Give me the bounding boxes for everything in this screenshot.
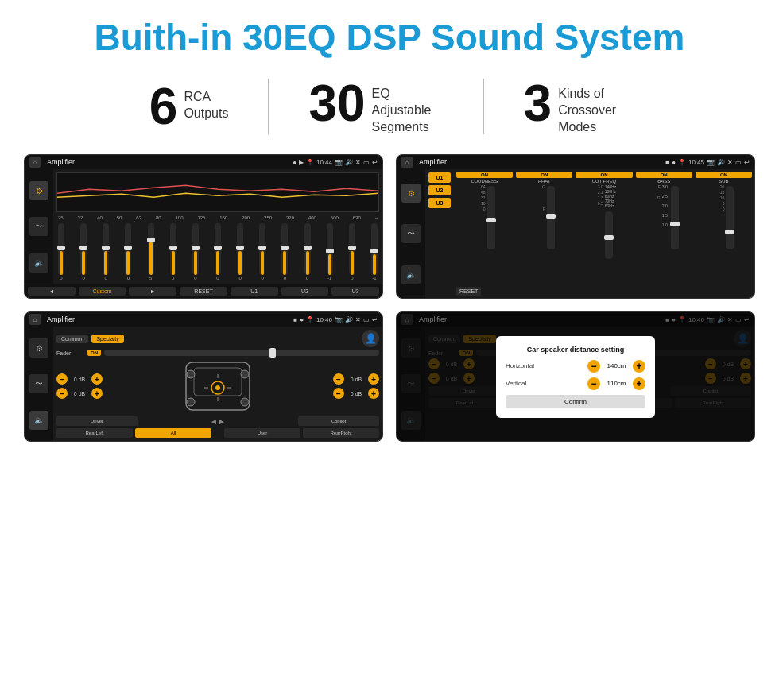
arrow-left-icon[interactable]: ◄ <box>210 417 218 426</box>
amp-wave-icon[interactable]: 〜 <box>401 224 421 243</box>
eq-slider-thumb-3[interactable] <box>102 246 110 250</box>
vol-rl-plus[interactable]: + <box>91 388 103 399</box>
vol-fl-minus[interactable]: − <box>56 373 68 385</box>
eq-slider-thumb-7[interactable] <box>192 246 200 250</box>
sub-track[interactable] <box>726 186 734 249</box>
eq-nav-u3[interactable]: U3 <box>331 287 379 296</box>
eq-slider-thumb-1[interactable] <box>57 246 65 250</box>
bass-track[interactable] <box>671 186 679 249</box>
vertical-minus-btn[interactable]: − <box>587 377 600 390</box>
fader-on-btn[interactable]: ON <box>87 350 101 356</box>
sub-on-btn[interactable]: ON <box>696 172 752 178</box>
fader-user-icon[interactable]: 👤 <box>362 330 379 347</box>
eq-slider-track-4[interactable] <box>125 223 131 275</box>
eq-slider-thumb-14[interactable] <box>348 246 356 250</box>
eq-slider-track-12[interactable] <box>304 223 311 275</box>
eq-nav-next[interactable]: ► <box>129 287 176 296</box>
wave-icon[interactable]: 〜 <box>29 217 48 236</box>
btn-user[interactable]: User <box>224 428 300 438</box>
eq-nav-prev[interactable]: ◄ <box>28 287 76 296</box>
preset-u1[interactable]: U1 <box>428 172 451 183</box>
amp-eq-icon[interactable]: ⚙ <box>401 184 421 203</box>
eq-slider-thumb-13[interactable] <box>326 249 334 253</box>
vol-rr-minus[interactable]: − <box>333 388 344 399</box>
dialog-confirm-btn[interactable]: Confirm <box>506 395 645 408</box>
eq-slider-thumb-5[interactable] <box>147 238 155 242</box>
bass-thumb[interactable] <box>670 222 680 226</box>
phat-thumb[interactable] <box>546 214 556 219</box>
vol-rr-plus[interactable]: + <box>368 388 379 399</box>
eq-slider-thumb-4[interactable] <box>124 246 132 250</box>
cutfreq-track[interactable] <box>605 211 613 259</box>
eq-slider-track-15[interactable] <box>371 223 378 275</box>
vol-fl-plus[interactable]: + <box>91 373 103 385</box>
screen3-home-icon[interactable]: ⌂ <box>29 314 41 325</box>
loudness-thumb[interactable] <box>486 218 496 222</box>
eq-slider-track-5[interactable] <box>148 223 154 275</box>
loudness-track[interactable] <box>487 186 495 249</box>
fader-tab-specialty[interactable]: Specialty <box>91 335 123 343</box>
eq-slider-thumb-6[interactable] <box>169 246 177 250</box>
eq-slider-track-6[interactable] <box>170 223 176 275</box>
eq-nav-u1[interactable]: U1 <box>231 287 278 296</box>
phat-track[interactable] <box>547 186 555 249</box>
screen2-home-icon[interactable]: ⌂ <box>401 157 413 168</box>
vol-fr-minus[interactable]: − <box>333 373 344 385</box>
eq-slider-thumb-8[interactable] <box>214 246 222 250</box>
vertical-plus-btn[interactable]: + <box>633 377 645 390</box>
eq-slider-thumb-10[interactable] <box>258 246 266 250</box>
cutfreq-thumb[interactable] <box>604 235 614 240</box>
eq-slider-track-3[interactable] <box>103 223 109 275</box>
eq-graph <box>56 172 379 212</box>
horizontal-plus-btn[interactable]: + <box>633 360 645 373</box>
freq-25: 25 <box>58 215 64 220</box>
btn-rearright[interactable]: RearRight <box>303 428 379 438</box>
eq-slider-thumb-9[interactable] <box>236 246 244 250</box>
eq-nav-custom[interactable]: Custom <box>79 287 126 296</box>
eq-slider-thumb-15[interactable] <box>370 249 378 253</box>
eq-slider-track-7[interactable] <box>192 223 199 275</box>
fader-eq-icon[interactable]: ⚙ <box>29 338 48 358</box>
eq-slider-track-9[interactable] <box>237 223 243 275</box>
amp-speaker-icon[interactable]: 🔈 <box>401 265 421 284</box>
eq-nav-reset[interactable]: RESET <box>180 287 227 296</box>
loudness-on-btn[interactable]: ON <box>456 172 513 178</box>
eq-nav-u2[interactable]: U2 <box>281 287 329 296</box>
btn-driver[interactable]: Driver <box>56 416 138 426</box>
eq-slider-track-10[interactable] <box>259 223 265 275</box>
eq-slider-track-8[interactable] <box>215 223 221 275</box>
speaker-icon[interactable]: 🔈 <box>29 253 48 273</box>
fader-wave-icon[interactable]: 〜 <box>29 374 48 393</box>
btn-rearleft[interactable]: RearLeft <box>56 428 133 438</box>
fader-track[interactable] <box>104 350 379 356</box>
eq-slider-track-13[interactable] <box>327 223 333 275</box>
cutfreq-on-btn[interactable]: ON <box>576 172 632 178</box>
eq-slider-thumb-12[interactable] <box>304 246 312 250</box>
vol-fr-plus[interactable]: + <box>368 373 379 385</box>
eq-slider-thumb-2[interactable] <box>79 246 87 250</box>
eq-icon[interactable]: ⚙ <box>29 181 48 200</box>
eq-slider-thumb-11[interactable] <box>281 246 289 250</box>
eq-slider-track-14[interactable] <box>349 223 355 275</box>
btn-copilot[interactable]: Copilot <box>298 416 379 426</box>
fader-speaker-icon[interactable]: 🔈 <box>29 411 48 430</box>
distance-dialog[interactable]: Car speaker distance setting Horizontal … <box>496 336 655 418</box>
preset-u3[interactable]: U3 <box>428 198 451 208</box>
vol-rl-minus[interactable]: − <box>56 388 68 399</box>
bands-reset-btn[interactable]: RESET <box>456 287 481 296</box>
arrow-right-icon[interactable]: ► <box>218 417 226 426</box>
eq-val-14: 0 <box>351 276 353 280</box>
fader-tab-common[interactable]: Common <box>56 335 88 343</box>
home-icon[interactable]: ⌂ <box>29 157 41 168</box>
phat-on-btn[interactable]: ON <box>516 172 572 178</box>
fader-thumb[interactable] <box>269 348 276 358</box>
screen3-location: 📍 <box>306 316 314 323</box>
eq-slider-track-1[interactable] <box>58 223 64 275</box>
sub-thumb[interactable] <box>725 230 734 234</box>
eq-slider-track-2[interactable] <box>80 223 87 275</box>
btn-all[interactable]: All <box>135 428 211 438</box>
eq-slider-track-11[interactable] <box>281 223 288 275</box>
preset-u2[interactable]: U2 <box>428 185 451 195</box>
bass-on-btn[interactable]: ON <box>636 172 692 178</box>
horizontal-minus-btn[interactable]: − <box>587 360 600 373</box>
